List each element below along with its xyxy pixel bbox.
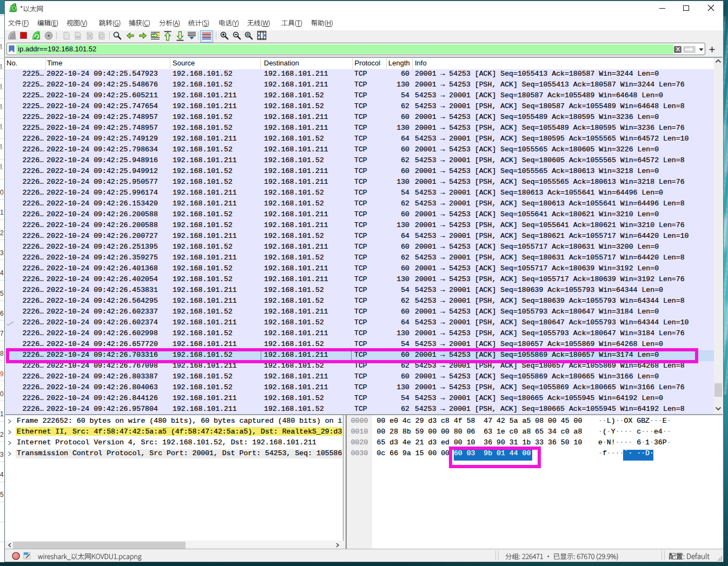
svg-text:010: 010 <box>76 36 80 38</box>
